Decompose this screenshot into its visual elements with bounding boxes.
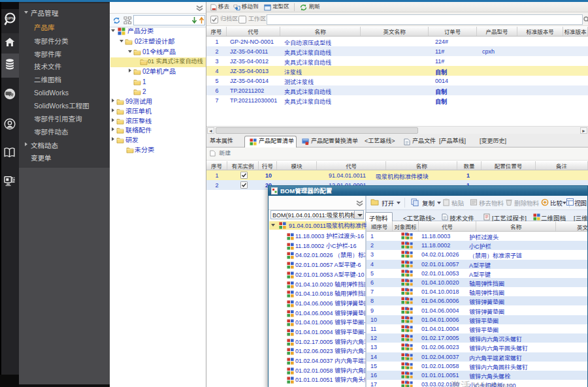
svg-text:SIPM: SIPM (6, 16, 15, 20)
